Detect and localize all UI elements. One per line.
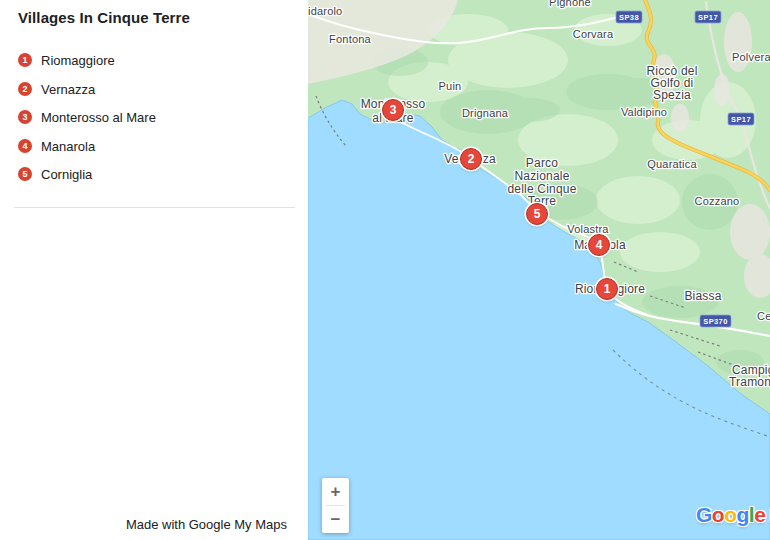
legend-label: Corniglia bbox=[41, 167, 92, 182]
google-logo-letter: G bbox=[696, 503, 712, 526]
svg-text:SP370: SP370 bbox=[703, 317, 728, 326]
label-cep: Cep bbox=[757, 310, 770, 322]
map-marker-2-vernazza[interactable]: 2 bbox=[460, 148, 482, 170]
label-fontona: Fontona bbox=[329, 33, 371, 45]
marker-3-icon: 3 bbox=[18, 110, 32, 124]
google-logo[interactable]: GoogleM bbox=[696, 503, 770, 527]
map-marker-5-corniglia[interactable]: 5 bbox=[526, 203, 548, 225]
legend-panel: Villages In Cinque Terre 1 Riomaggiore 2… bbox=[0, 0, 308, 540]
badge-sp17-right: SP17 bbox=[728, 113, 754, 125]
label-parco-2: Nazionale bbox=[514, 169, 569, 183]
label-drignana: Drignana bbox=[462, 107, 509, 119]
badge-sp38: SP38 bbox=[616, 11, 642, 23]
google-logo-letter: g bbox=[737, 503, 749, 526]
legend-item-monterosso[interactable]: 3 Monterosso al Mare bbox=[18, 109, 156, 125]
label-corvara: Corvara bbox=[573, 28, 614, 40]
google-logo-letter: o bbox=[724, 503, 736, 526]
label-quaratica: Quaratica bbox=[647, 158, 697, 170]
map-marker-3-monterosso[interactable]: 3 bbox=[382, 99, 404, 121]
label-ricco-3: Spezia bbox=[653, 88, 691, 102]
label-campiglia-2: Tramon bbox=[729, 375, 770, 389]
legend-label: Riomaggiore bbox=[41, 53, 115, 68]
made-with-my-maps-link[interactable]: Made with Google My Maps bbox=[126, 517, 287, 532]
marker-2-icon: 2 bbox=[18, 82, 32, 96]
map-canvas[interactable]: idarolo Fontona Pignone Corvara Puin Dri… bbox=[308, 0, 770, 540]
legend-label: Monterosso al Mare bbox=[41, 110, 156, 125]
svg-text:SP38: SP38 bbox=[619, 13, 639, 22]
zoom-out-button[interactable]: − bbox=[322, 506, 349, 533]
zoom-in-button[interactable]: + bbox=[322, 478, 349, 505]
my-maps-embed: Villages In Cinque Terre 1 Riomaggiore 2… bbox=[0, 0, 770, 540]
svg-text:SP17: SP17 bbox=[731, 115, 751, 124]
badge-sp370: SP370 bbox=[700, 315, 731, 327]
legend-label: Vernazza bbox=[41, 82, 95, 97]
marker-4-icon: 4 bbox=[18, 139, 32, 153]
legend-label: Manarola bbox=[41, 139, 95, 154]
page-title: Villages In Cinque Terre bbox=[18, 9, 190, 26]
label-pignone: Pignone bbox=[549, 0, 591, 8]
badge-sp17-top: SP17 bbox=[695, 11, 721, 23]
label-parco-1: Parco bbox=[526, 156, 558, 170]
legend-item-corniglia[interactable]: 5 Corniglia bbox=[18, 166, 92, 182]
map-marker-4-manarola[interactable]: 4 bbox=[588, 234, 610, 256]
map-tiles: idarolo Fontona Pignone Corvara Puin Dri… bbox=[308, 0, 770, 540]
legend-item-manarola[interactable]: 4 Manarola bbox=[18, 138, 95, 154]
label-biassa: Biassa bbox=[684, 289, 721, 303]
svg-text:SP17: SP17 bbox=[698, 13, 718, 22]
google-logo-letter: o bbox=[712, 503, 724, 526]
label-idarolo: idarolo bbox=[308, 5, 342, 17]
marker-1-icon: 1 bbox=[18, 53, 32, 67]
label-polverara: Polvera bbox=[732, 51, 770, 63]
google-logo-letter: e bbox=[754, 503, 765, 526]
label-volastra: Volastra bbox=[567, 223, 609, 235]
legend-item-vernazza[interactable]: 2 Vernazza bbox=[18, 81, 95, 97]
map-marker-1-riomaggiore[interactable]: 1 bbox=[596, 278, 618, 300]
label-puin: Puin bbox=[439, 80, 462, 92]
label-valdipino: Valdipino bbox=[621, 106, 667, 118]
zoom-control: + − bbox=[322, 478, 349, 533]
legend-item-riomaggiore[interactable]: 1 Riomaggiore bbox=[18, 52, 115, 68]
label-cozzano: Cozzano bbox=[695, 195, 740, 207]
divider bbox=[14, 207, 295, 208]
marker-5-icon: 5 bbox=[18, 167, 32, 181]
